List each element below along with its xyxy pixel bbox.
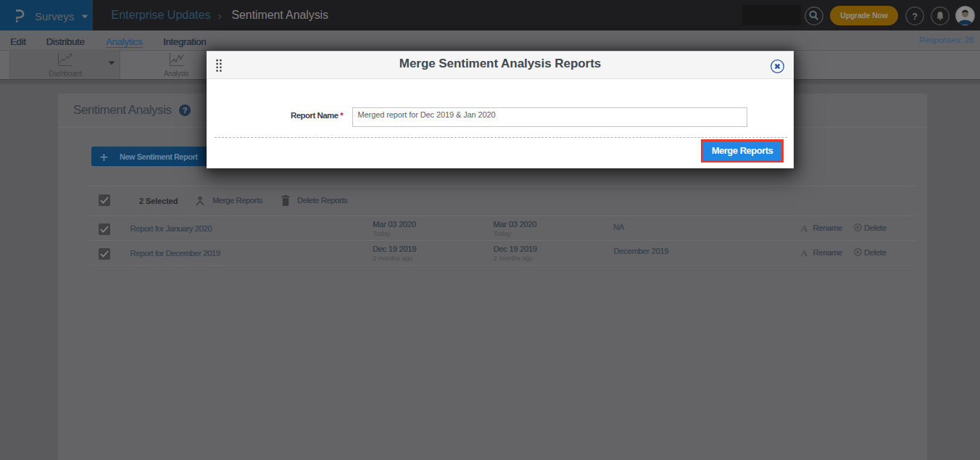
svg-text:?: ? xyxy=(912,12,918,22)
svg-text:?: ? xyxy=(182,106,187,115)
